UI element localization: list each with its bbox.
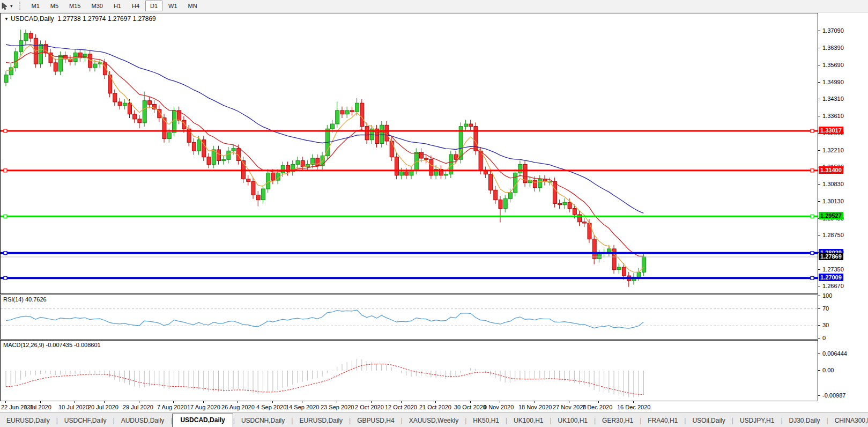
- price-tick-label: 1.37090: [822, 27, 844, 34]
- date-tick-mark: [104, 401, 105, 403]
- chart-tab-dj30-daily[interactable]: DJ30,Daily: [783, 415, 827, 427]
- date-tick-label: 7 Dec 2020: [582, 404, 612, 410]
- macd-tick-mark: [818, 354, 820, 354]
- date-tick-mark: [401, 401, 402, 403]
- rsi-tick-label: 70: [822, 305, 829, 312]
- macd-signal-line: [6, 364, 643, 395]
- date-tick-mark: [337, 401, 337, 403]
- macd-tick-label: 0.00: [822, 367, 834, 373]
- macd-chart-canvas[interactable]: [1, 341, 818, 401]
- price-tick-label: 1.36390: [822, 45, 844, 51]
- date-tick-label: 10 Jul 2020: [58, 404, 89, 410]
- timeframe-toolbar: ▾ M1M5M15M30H1H4D1W1MN: [0, 0, 868, 12]
- horizontal-line-1.28029[interactable]: [1, 252, 818, 255]
- timeframe-button-m1[interactable]: M1: [27, 1, 44, 11]
- chart-tab-uk100-h1[interactable]: UK100,H1: [507, 415, 550, 427]
- timeframe-button-h4[interactable]: H4: [127, 1, 144, 11]
- date-tick-label: 20 Jul 2020: [88, 404, 118, 410]
- date-tick-mark: [173, 401, 174, 403]
- medium-ma-line[interactable]: [6, 53, 643, 256]
- date-tick-mark: [238, 401, 238, 403]
- date-tick-label: 1 Jul 2020: [24, 404, 51, 410]
- price-tick-mark: [818, 269, 820, 270]
- horizontal-line-1.33017[interactable]: [1, 129, 818, 132]
- date-tick-label: 9 Nov 2020: [484, 404, 514, 410]
- date-tick-label: 29 Jul 2020: [123, 404, 153, 410]
- symbol-dropdown-icon[interactable]: ▼: [4, 17, 9, 21]
- date-tick-label: 16 Dec 2020: [617, 404, 650, 410]
- timeframe-button-m30[interactable]: M30: [87, 1, 108, 11]
- price-tick-label: 1.35690: [822, 62, 844, 68]
- chart-tab-hk50-h1[interactable]: HK50,H1: [466, 415, 506, 427]
- date-tick-mark: [40, 401, 41, 403]
- chart-tab-china300-h1[interactable]: CHINA300,H1: [828, 415, 868, 427]
- rsi-chart-canvas[interactable]: [1, 295, 818, 339]
- rsi-axis: 10070300: [818, 295, 868, 338]
- price-tick-label: 1.32210: [822, 147, 844, 153]
- chart-tools-button[interactable]: ▾: [0, 0, 16, 12]
- rsi-tick-mark: [818, 296, 820, 296]
- chart-title: ▼USDCAD,Daily 1.27738 1.27974 1.27697 1.…: [4, 15, 156, 23]
- rsi-tick-label: 100: [822, 292, 832, 299]
- timeframe-button-m5[interactable]: M5: [46, 1, 63, 11]
- date-tick-mark: [598, 401, 599, 403]
- main-chart-panel: ▼USDCAD,Daily 1.27738 1.27974 1.27697 1.…: [0, 13, 818, 294]
- chart-cursor-icon: [1, 2, 9, 10]
- mt4-window: ▾ M1M5M15M30H1H4D1W1MN ▼USDCAD,Daily 1.2…: [0, 0, 868, 427]
- timeframe-button-h1[interactable]: H1: [109, 1, 126, 11]
- date-tick-label: 4 Sep 2020: [256, 404, 286, 410]
- candlestick-chart-canvas[interactable]: [1, 13, 818, 293]
- horizontal-line-1.27009[interactable]: [1, 276, 818, 279]
- chart-tab-eurusd-daily[interactable]: EURUSD,Daily: [293, 415, 349, 427]
- timeframe-button-w1[interactable]: W1: [164, 1, 182, 11]
- date-tick-mark: [470, 401, 471, 403]
- rsi-tick-mark: [818, 325, 820, 326]
- chart-tab-usdchf-daily[interactable]: USDCHF,Daily: [58, 415, 113, 427]
- chart-tab-gbpusd-h4[interactable]: GBPUSD,H4: [351, 415, 400, 427]
- date-tick-mark: [535, 401, 535, 403]
- date-tick-mark: [500, 401, 500, 403]
- chart-tab-eurusd-daily[interactable]: EURUSD,Daily: [0, 415, 56, 427]
- date-tick-label: 27 Nov 2020: [553, 404, 586, 410]
- price-tick-label: 1.30130: [822, 198, 844, 204]
- macd-tick-label: 0.006444: [822, 350, 847, 357]
- timeframe-button-mn[interactable]: MN: [183, 1, 202, 11]
- chevron-down-icon[interactable]: ▾: [10, 3, 13, 9]
- chart-tab-fra40-h1[interactable]: FRA40,H1: [641, 415, 684, 427]
- chart-ohlc-values: 1.27738 1.27974 1.27697 1.27869: [57, 15, 156, 23]
- timeframe-button-d1[interactable]: D1: [145, 1, 162, 11]
- chart-tab-xauusd-weekly[interactable]: XAUUSD,Weekly: [403, 415, 465, 427]
- chart-tab-usdcnh-daily[interactable]: USDCNH,Daily: [235, 415, 291, 427]
- chart-tab-audusd-daily[interactable]: AUDUSD,Daily: [115, 415, 171, 427]
- date-tick-label: 14 Sep 2020: [286, 404, 319, 410]
- fast-ma-line[interactable]: [6, 45, 643, 272]
- chart-tab-uk100-h1[interactable]: UK100,H1: [552, 415, 594, 427]
- price-tick-label: 1.33610: [822, 113, 844, 119]
- axis-corner: [818, 401, 868, 412]
- chart-tab-usdjpy-h1[interactable]: USDJPY,H1: [733, 415, 781, 427]
- date-tick-mark: [302, 401, 302, 403]
- chart-symbol-label: USDCAD,Daily: [11, 15, 54, 23]
- toolbar-grip-handle[interactable]: [19, 2, 23, 10]
- price-tick-mark: [818, 82, 820, 83]
- date-tick-label: 17 Aug 2020: [187, 404, 220, 410]
- timeframe-buttons: M1M5M15M30H1H4D1W1MN: [26, 1, 203, 11]
- chart-tab-usdcad-daily[interactable]: USDCAD,Daily: [172, 414, 233, 427]
- rsi-label: RSI(14) 40.7626: [3, 296, 47, 303]
- date-tick-label: 12 Oct 2020: [385, 404, 417, 410]
- horizontal-line-1.29527[interactable]: [1, 215, 818, 218]
- date-tick-label: 2 Oct 2020: [355, 404, 384, 410]
- current-price-tag: 1.27869: [819, 253, 843, 260]
- macd-axis: 0.0064440.00-0.00987: [818, 340, 868, 400]
- line-price-tag: 1.29527: [819, 212, 843, 219]
- slow-ma-line[interactable]: [6, 45, 643, 213]
- date-tick-mark: [203, 401, 204, 403]
- horizontal-line-1.31400[interactable]: [1, 169, 818, 172]
- timeframe-button-m15[interactable]: M15: [64, 1, 85, 11]
- price-axis: 1.370901.363901.356901.349901.343101.336…: [818, 13, 868, 293]
- date-tick-mark: [139, 401, 139, 403]
- date-tick-label: 23 Sep 2020: [321, 404, 354, 410]
- price-tick-mark: [818, 65, 820, 65]
- chart-tab-ger30-h1[interactable]: GER30,H1: [596, 415, 640, 427]
- chart-tab-usoil-daily[interactable]: USOil,Daily: [686, 415, 731, 427]
